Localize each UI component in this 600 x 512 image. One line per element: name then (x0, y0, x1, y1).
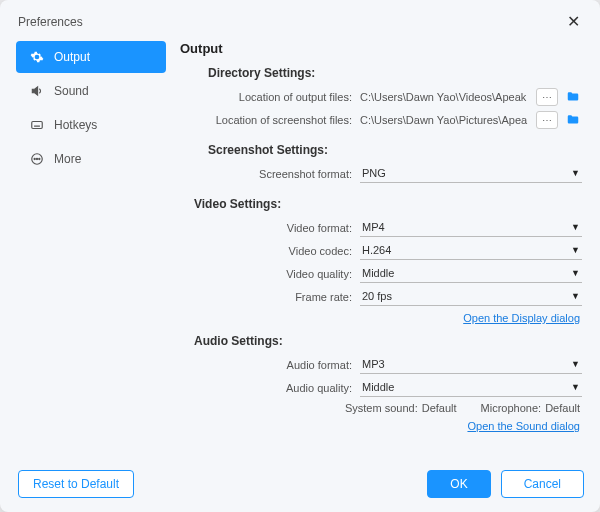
svg-point-2 (34, 158, 35, 159)
row-video-quality: Video quality: Middle▼ (180, 265, 582, 283)
chevron-down-icon: ▼ (571, 222, 580, 232)
chevron-down-icon: ▼ (571, 268, 580, 278)
select-value: MP4 (362, 221, 385, 233)
chevron-down-icon: ▼ (571, 291, 580, 301)
select-video-quality[interactable]: Middle▼ (360, 265, 582, 283)
browse-output-button[interactable]: ⋯ (536, 88, 558, 106)
section-screenshot: Screenshot Settings: (208, 143, 582, 157)
row-video-codec: Video codec: H.264▼ (180, 242, 582, 260)
row-output-location: Location of output files: C:\Users\Dawn … (180, 88, 582, 106)
svg-rect-0 (32, 122, 43, 129)
preferences-window: Preferences ✕ Output Sound Hotkeys (0, 0, 600, 512)
folder-icon[interactable] (564, 113, 582, 127)
body: Output Sound Hotkeys More (0, 41, 600, 460)
reset-button[interactable]: Reset to Default (18, 470, 134, 498)
window-title: Preferences (18, 15, 83, 29)
browse-screenshot-button[interactable]: ⋯ (536, 111, 558, 129)
row-video-format: Video format: MP4▼ (180, 219, 582, 237)
sidebar-item-sound[interactable]: Sound (16, 75, 166, 107)
svg-point-3 (36, 158, 37, 159)
select-frame-rate[interactable]: 20 fps▼ (360, 288, 582, 306)
close-icon[interactable]: ✕ (561, 10, 586, 33)
label-video-format: Video format: (180, 222, 360, 234)
select-video-codec[interactable]: H.264▼ (360, 242, 582, 260)
chevron-down-icon: ▼ (571, 382, 580, 392)
label-frame-rate: Frame rate: (180, 291, 360, 303)
folder-icon[interactable] (564, 90, 582, 104)
page-title: Output (180, 41, 582, 56)
select-value: Middle (362, 267, 394, 279)
screenshot-path: C:\Users\Dawn Yao\Pictures\Apea (360, 114, 530, 126)
footer: Reset to Default OK Cancel (0, 460, 600, 512)
chevron-down-icon: ▼ (571, 245, 580, 255)
titlebar: Preferences ✕ (0, 0, 600, 41)
svg-point-4 (39, 158, 40, 159)
sidebar-item-hotkeys[interactable]: Hotkeys (16, 109, 166, 141)
label-screenshot-location: Location of screenshot files: (180, 114, 360, 126)
row-frame-rate: Frame rate: 20 fps▼ (180, 288, 582, 306)
sound-icon (30, 84, 44, 98)
value-microphone: Default (545, 402, 580, 414)
label-microphone: Microphone: (481, 402, 542, 414)
value-system-sound: Default (422, 402, 457, 414)
cancel-button[interactable]: Cancel (501, 470, 584, 498)
section-video: Video Settings: (194, 197, 582, 211)
row-screenshot-format: Screenshot format: PNG ▼ (180, 165, 582, 183)
output-path: C:\Users\Dawn Yao\Videos\Apeak (360, 91, 530, 103)
select-video-format[interactable]: MP4▼ (360, 219, 582, 237)
sidebar-item-label: Sound (54, 84, 89, 98)
open-sound-dialog-link[interactable]: Open the Sound dialog (180, 420, 580, 432)
label-video-quality: Video quality: (180, 268, 360, 280)
section-audio: Audio Settings: (194, 334, 582, 348)
select-value: 20 fps (362, 290, 392, 302)
ok-button[interactable]: OK (427, 470, 490, 498)
label-system-sound: System sound: (345, 402, 418, 414)
sidebar-item-label: More (54, 152, 81, 166)
sidebar: Output Sound Hotkeys More (16, 41, 166, 460)
select-value: MP3 (362, 358, 385, 370)
chevron-down-icon: ▼ (571, 168, 580, 178)
sidebar-item-label: Output (54, 50, 90, 64)
select-screenshot-format[interactable]: PNG ▼ (360, 165, 582, 183)
more-icon (30, 152, 44, 166)
label-video-codec: Video codec: (180, 245, 360, 257)
row-audio-format: Audio format: MP3▼ (180, 356, 582, 374)
row-audio-quality: Audio quality: Middle▼ (180, 379, 582, 397)
label-output-location: Location of output files: (180, 91, 360, 103)
main-panel: Output Directory Settings: Location of o… (166, 41, 586, 460)
sidebar-item-label: Hotkeys (54, 118, 97, 132)
select-audio-format[interactable]: MP3▼ (360, 356, 582, 374)
select-value: Middle (362, 381, 394, 393)
label-audio-format: Audio format: (180, 359, 360, 371)
section-directory: Directory Settings: (208, 66, 582, 80)
select-audio-quality[interactable]: Middle▼ (360, 379, 582, 397)
open-display-dialog-link[interactable]: Open the Display dialog (180, 312, 580, 324)
audio-defaults: System sound:Default Microphone:Default (180, 402, 580, 414)
label-audio-quality: Audio quality: (180, 382, 360, 394)
label-screenshot-format: Screenshot format: (180, 168, 360, 180)
sidebar-item-more[interactable]: More (16, 143, 166, 175)
sidebar-item-output[interactable]: Output (16, 41, 166, 73)
select-value: H.264 (362, 244, 391, 256)
gear-icon (30, 50, 44, 64)
chevron-down-icon: ▼ (571, 359, 580, 369)
row-screenshot-location: Location of screenshot files: C:\Users\D… (180, 111, 582, 129)
select-value: PNG (362, 167, 386, 179)
keyboard-icon (30, 118, 44, 132)
